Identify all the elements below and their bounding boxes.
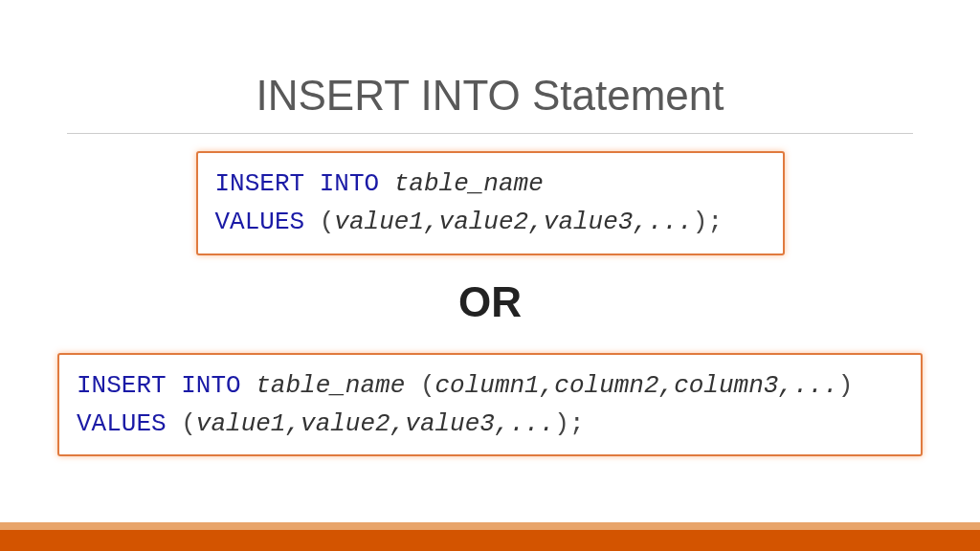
paren-close-semi: );: [693, 208, 723, 236]
keyword-insert-into: INSERT INTO: [215, 169, 380, 198]
paren-close: ): [838, 371, 854, 400]
identifier-table-name: table_name: [394, 169, 544, 198]
or-separator: OR: [0, 278, 980, 326]
footer-accent-dark: [0, 530, 980, 551]
paren-open: (: [304, 208, 334, 236]
slide: INSERT INTO Statement INSERT INTO table_…: [0, 0, 980, 551]
slide-title: INSERT INTO Statement: [0, 19, 980, 129]
paren-close-semi: );: [554, 409, 584, 438]
value-list: value1,value2,value3,...: [196, 409, 554, 438]
identifier-table-name: table_name: [256, 371, 405, 400]
code-block-insert-columns: INSERT INTO table_name (column1,column2,…: [57, 353, 923, 457]
column-list: column1,column2,column3,...: [435, 371, 838, 400]
code-line-2: VALUES (value1,value2,value3,...);: [77, 405, 903, 443]
title-divider: [67, 133, 913, 134]
code-line-1: INSERT INTO table_name: [215, 165, 766, 203]
code-block-insert-short: INSERT INTO table_name VALUES (value1,va…: [196, 151, 785, 255]
code-line-2: VALUES (value1,value2,value3,...);: [215, 203, 766, 241]
keyword-values: VALUES: [77, 409, 167, 438]
keyword-insert-into: INSERT INTO: [77, 371, 241, 400]
value-list: value1,value2,value3,...: [334, 208, 692, 236]
paren-open: (: [405, 371, 434, 400]
keyword-values: VALUES: [215, 208, 305, 236]
paren-open: (: [167, 409, 196, 438]
code-line-1: INSERT INTO table_name (column1,column2,…: [77, 366, 903, 405]
footer-accent-light: [0, 522, 980, 530]
